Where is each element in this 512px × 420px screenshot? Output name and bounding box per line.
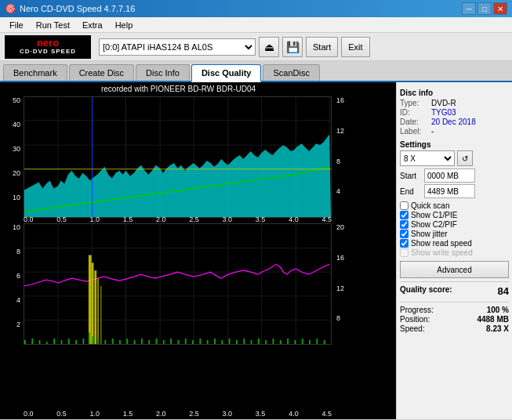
svg-rect-47 [119,340,121,344]
svg-rect-46 [112,339,114,344]
start-label: Start [400,172,422,180]
x-axis-labels: 0.0 0.5 1.0 1.5 2.0 2.5 3.0 3.5 4.0 4.5 [24,410,332,418]
by-right-20: 20 [336,223,344,231]
svg-rect-55 [178,340,180,344]
svg-rect-51 [148,340,150,344]
refresh-icon-button[interactable]: ↺ [457,150,473,166]
toolbar: nero CD·DVD SPEED [0:0] ATAPI iHAS124 B … [0,33,512,61]
x-2.0: 2.0 [156,410,166,418]
by-label-10: 10 [13,223,20,231]
svg-rect-28 [89,255,92,344]
show-read-speed-label: Show read speed [411,239,472,248]
quick-scan-checkbox[interactable] [400,201,409,210]
start-input[interactable] [424,168,475,183]
top-y-axis-left: 50 40 30 20 10 [0,96,22,218]
y-label-10: 10 [13,194,20,201]
disc-label-label: Label: [400,127,431,136]
x-4.5: 4.5 [321,410,332,418]
svg-rect-75 [324,340,325,344]
svg-rect-43 [93,336,94,344]
nero-logo-text: nero [20,38,76,49]
svg-rect-62 [229,339,231,344]
svg-rect-42 [89,332,90,344]
y-right-12: 12 [336,127,344,135]
position-value: 4488 MB [477,315,509,324]
progress-row: Progress: 100 % [400,306,509,314]
svg-rect-60 [214,339,216,344]
bottom-y-axis-right: 20 16 12 8 [335,223,396,345]
maximize-button[interactable]: □ [478,2,492,15]
svg-rect-59 [207,340,209,344]
menu-extra[interactable]: Extra [76,19,109,31]
tabs: Benchmark Create Disc Disc Info Disc Qua… [0,61,512,82]
show-read-speed-checkbox[interactable] [400,239,409,248]
svg-rect-58 [199,339,201,344]
quality-score-label: Quality score: [400,285,452,297]
disc-id-label: ID: [400,108,431,117]
menu-run-test[interactable]: Run Test [30,19,76,31]
disc-id-value: TYG03 [431,108,456,117]
svg-rect-57 [192,340,194,344]
svg-rect-50 [141,339,143,344]
tab-scandisc[interactable]: ScanDisc [263,64,319,81]
chart-area: recorded with PIONEER BD-RW BDR-UD04 [0,82,396,419]
quick-scan-row: Quick scan [400,201,509,210]
speed-label: Speed: [400,324,425,333]
svg-rect-71 [294,340,296,344]
bottom-chart-svg [24,224,331,344]
bottom-chart [24,223,332,345]
speed-select[interactable]: 8 X [400,150,455,166]
settings-title: Settings [400,140,509,149]
disc-date-row: Date: 20 Dec 2018 [400,118,509,126]
svg-rect-52 [156,339,158,344]
tab-disc-quality[interactable]: Disc Quality [191,64,262,82]
show-read-speed-row: Show read speed [400,239,509,248]
tab-disc-info[interactable]: Disc Info [136,64,190,81]
show-c2-pif-checkbox[interactable] [400,220,409,229]
svg-rect-41 [82,339,84,344]
show-jitter-checkbox[interactable] [400,230,409,238]
tab-create-disc[interactable]: Create Disc [69,64,134,81]
tab-benchmark[interactable]: Benchmark [3,64,67,81]
speed-value: 8.23 X [486,324,509,333]
eject-icon-button[interactable]: ⏏ [259,37,279,57]
svg-rect-39 [68,339,70,344]
progress-value: 100 % [487,306,509,314]
disc-type-label: Type: [400,99,431,107]
x-0.5: 0.5 [56,410,67,418]
window-title: Nero CD-DVD Speed 4.7.7.16 [20,4,135,13]
advanced-button[interactable]: Advanced [400,261,509,278]
end-input[interactable] [424,184,475,198]
svg-rect-35 [39,340,41,344]
x-axis-labels-mid: 0.0 0.5 1.0 1.5 2.0 2.5 3.0 3.5 4.0 4.5 [24,215,332,223]
minimize-button[interactable]: ─ [462,2,476,15]
svg-rect-49 [134,340,136,344]
y-label-30: 30 [13,145,20,153]
show-c1-pie-checkbox[interactable] [400,211,409,219]
speed-row: Speed: 8.23 X [400,324,509,333]
menu-help[interactable]: Help [109,19,140,31]
by-right-8: 8 [336,314,340,322]
title-bar-left: 🎯 Nero CD-DVD Speed 4.7.7.16 [5,3,135,14]
y-label-50: 50 [13,96,20,104]
end-label: End [400,187,422,196]
x-0.0: 0.0 [24,410,34,418]
top-chart-svg [24,97,331,217]
exit-button[interactable]: Exit [341,37,369,57]
save-icon-button[interactable]: 💾 [282,37,303,57]
svg-rect-69 [280,340,281,344]
show-write-speed-label: Show write speed [411,248,473,257]
close-button[interactable]: ✕ [493,2,507,15]
svg-rect-66 [258,339,260,344]
start-button[interactable]: Start [306,37,338,57]
menu-bar: File Run Test Extra Help [0,17,512,33]
menu-file[interactable]: File [3,19,30,31]
drive-select[interactable]: [0:0] ATAPI iHAS124 B AL0S [99,38,256,56]
y-label-20: 20 [13,169,20,177]
by-right-12: 12 [336,284,344,292]
svg-rect-68 [273,339,274,344]
disc-date-value: 20 Dec 2018 [431,118,476,126]
show-jitter-label: Show jitter [411,230,448,238]
progress-label: Progress: [400,306,434,314]
svg-rect-53 [163,340,165,344]
